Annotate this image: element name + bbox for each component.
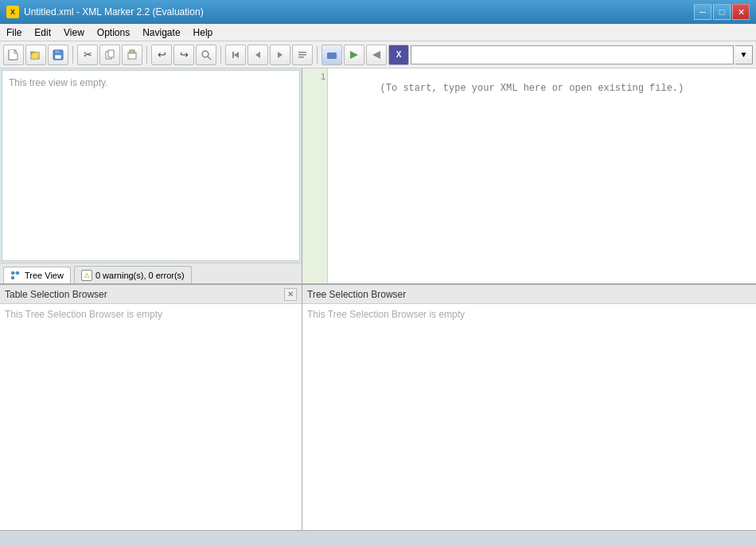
svg-marker-15 <box>278 52 283 58</box>
tree-selection-empty: This Tree Selection Browser is empty <box>307 309 751 320</box>
tree-view-tab-label: Tree View <box>25 271 64 280</box>
find-button[interactable] <box>196 45 216 65</box>
app-icon: X <box>6 6 19 18</box>
menu-edit[interactable]: Edit <box>28 24 57 41</box>
separator-2 <box>146 46 147 64</box>
menu-navigate[interactable]: Navigate <box>136 24 186 41</box>
svg-line-11 <box>208 57 211 60</box>
svg-point-10 <box>202 51 208 57</box>
svg-rect-22 <box>11 271 14 275</box>
title-bar: X Untitled.xml - XML Marker 2.2 (Evaluat… <box>0 0 756 24</box>
svg-rect-16 <box>298 52 306 53</box>
svg-rect-18 <box>298 57 304 58</box>
table-selection-close[interactable]: ✕ <box>284 288 297 301</box>
toolbar: ✂ ↩ ↪ X ▼ <box>0 41 756 68</box>
svg-marker-21 <box>372 51 380 59</box>
table-selection-empty: This Tree Selection Browser is empty <box>5 309 297 320</box>
new-button[interactable] <box>3 45 24 65</box>
xpath-input[interactable] <box>411 45 734 64</box>
status-bar <box>0 530 756 546</box>
table-selection-content: This Tree Selection Browser is empty <box>0 304 302 530</box>
tree-view-tab[interactable]: Tree View <box>3 267 71 283</box>
svg-rect-13 <box>232 52 234 58</box>
xpath-dropdown[interactable]: ▼ <box>735 45 753 64</box>
undo-button[interactable]: ↩ <box>151 45 172 65</box>
mark-btn1[interactable] <box>321 45 342 65</box>
paste-button[interactable] <box>122 45 142 65</box>
left-panel: This tree view is empty. Tree View ⚠ 0 w… <box>0 68 302 283</box>
minimize-button[interactable]: ─ <box>694 4 711 20</box>
tree-empty-message: This tree view is empty. <box>2 71 299 95</box>
mark-btn2[interactable] <box>344 45 364 65</box>
close-button[interactable]: ✕ <box>732 4 750 20</box>
svg-marker-12 <box>234 52 239 58</box>
right-panel: 1 (To start, type your XML here or open … <box>302 68 756 283</box>
separator-4 <box>317 46 318 64</box>
open-button[interactable] <box>25 45 46 65</box>
xml-editor[interactable]: (To start, type your XML here or open ex… <box>328 68 756 283</box>
maximize-button[interactable]: □ <box>713 4 731 20</box>
tree-selection-header: Tree Selection Browser <box>302 285 756 304</box>
menu-view[interactable]: View <box>57 24 91 41</box>
nav-next-button[interactable] <box>270 45 290 65</box>
svg-marker-20 <box>350 51 358 59</box>
tree-view-area: This tree view is empty. <box>2 70 300 261</box>
table-selection-title: Table Selection Browser <box>5 289 107 300</box>
nav-first-button[interactable] <box>225 45 246 65</box>
copy-button[interactable] <box>99 45 120 65</box>
tree-selection-content: This Tree Selection Browser is empty <box>302 304 756 530</box>
menu-file[interactable]: File <box>0 24 28 41</box>
nav-format-button[interactable] <box>292 45 313 65</box>
menu-help[interactable]: Help <box>187 24 220 41</box>
save-button[interactable] <box>48 45 68 65</box>
menu-bar: File Edit View Options Navigate Help <box>0 24 756 41</box>
window-title: Untitled.xml - XML Marker 2.2 (Evaluatio… <box>24 6 204 18</box>
svg-rect-24 <box>11 276 14 279</box>
cut-button[interactable]: ✂ <box>77 45 98 65</box>
top-panels: This tree view is empty. Tree View ⚠ 0 w… <box>0 68 756 283</box>
xpath-icon-btn[interactable]: X <box>388 45 409 65</box>
main-content: This tree view is empty. Tree View ⚠ 0 w… <box>0 68 756 546</box>
tree-selection-title: Tree Selection Browser <box>307 289 406 300</box>
svg-rect-17 <box>298 54 306 56</box>
svg-rect-5 <box>55 55 61 59</box>
svg-rect-9 <box>130 50 134 53</box>
svg-marker-14 <box>255 52 260 58</box>
warnings-tab[interactable]: ⚠ 0 warning(s), 0 error(s) <box>74 266 192 283</box>
tree-tabs: Tree View ⚠ 0 warning(s), 0 error(s) <box>0 263 302 283</box>
warnings-label: 0 warning(s), 0 error(s) <box>95 271 185 280</box>
bottom-panels: Table Selection Browser ✕ This Tree Sele… <box>0 283 756 530</box>
redo-button[interactable]: ↪ <box>173 45 194 65</box>
table-selection-browser-panel: Table Selection Browser ✕ This Tree Sele… <box>0 285 302 530</box>
warning-icon: ⚠ <box>81 270 92 281</box>
xml-editor-hint: (To start, type your XML here or open ex… <box>380 83 684 94</box>
svg-rect-19 <box>327 53 337 59</box>
line-numbers: 1 <box>302 68 328 283</box>
svg-rect-7 <box>108 50 114 57</box>
separator-1 <box>72 46 73 64</box>
nav-prev-button[interactable] <box>247 45 268 65</box>
svg-rect-4 <box>55 50 60 53</box>
svg-rect-23 <box>16 271 19 275</box>
menu-options[interactable]: Options <box>91 24 136 41</box>
title-bar-left: X Untitled.xml - XML Marker 2.2 (Evaluat… <box>6 6 204 18</box>
tree-selection-browser-panel: Tree Selection Browser This Tree Selecti… <box>302 285 756 530</box>
mark-btn3[interactable] <box>366 45 387 65</box>
tree-icon <box>10 270 21 281</box>
table-selection-header: Table Selection Browser ✕ <box>0 285 302 304</box>
window-controls: ─ □ ✕ <box>694 4 750 20</box>
separator-3 <box>220 46 221 64</box>
